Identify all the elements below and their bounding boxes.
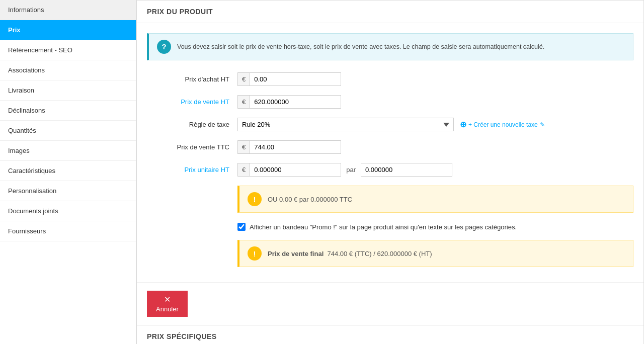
sidebar-item-prix[interactable]: Prix — [0, 20, 136, 40]
warning-promo-box: ! OU 0.00 € par 0.000000 TTC — [237, 186, 633, 213]
prix-vente-ttc-currency: € — [238, 141, 250, 153]
prix-unitaire-input-group: € — [237, 163, 341, 177]
edit-icon: ✎ — [540, 121, 545, 128]
final-price-value: 744.00 € (TTC) / 620.000000 € (HT) — [328, 250, 432, 257]
final-price-label: Prix de vente final — [268, 250, 324, 257]
final-price-text: Prix de vente final 744.00 € (TTC) / 620… — [268, 250, 432, 257]
warning-promo-icon: ! — [248, 192, 262, 206]
create-tax-link[interactable]: ⊕ + Créer une nouvelle taxe ✎ — [460, 120, 545, 129]
sidebar-item-quantites[interactable]: Quantités — [0, 121, 136, 141]
prix-achat-input[interactable] — [250, 73, 341, 85]
section-title: PRIX DU PRODUIT — [137, 1, 643, 23]
create-tax-label: + Créer une nouvelle taxe — [468, 121, 538, 128]
prix-vente-ttc-label: Prix de vente TTC — [147, 143, 237, 151]
promo-checkbox-row: Afficher un bandeau "Promo !" sur la pag… — [147, 223, 633, 231]
sidebar-item-fournisseurs[interactable]: Fournisseurs — [0, 221, 136, 241]
sidebar-item-caracteristiques[interactable]: Caractéristiques — [0, 161, 136, 181]
cancel-label: Annuler — [156, 305, 179, 313]
prix-vente-ttc-input-group: € — [237, 140, 341, 154]
promo-checkbox-label[interactable]: Afficher un bandeau "Promo !" sur la pag… — [250, 223, 517, 231]
warning-promo-text: OU 0.00 € par 0.000000 TTC — [268, 196, 352, 203]
prix-vente-ht-currency: € — [238, 96, 250, 108]
sidebar-item-informations[interactable]: Informations — [0, 0, 136, 20]
prix-vente-ht-input-group: € — [237, 95, 341, 109]
prix-achat-label: Prix d'achat HT — [147, 75, 237, 83]
prix-vente-ht-row: Prix de vente HT € — [147, 95, 633, 109]
sidebar: InformationsPrixRéférencement - SEOAssoc… — [0, 0, 136, 344]
section2-title: PRIX SPÉCIFIQUES — [147, 332, 633, 340]
prix-vente-ttc-input[interactable] — [250, 141, 341, 153]
info-text: Vous devez saisir soit le prix de vente … — [177, 42, 544, 52]
prix-achat-currency: € — [238, 73, 250, 85]
sidebar-item-livraison[interactable]: Livraison — [0, 80, 136, 101]
regle-taxe-row: Règle de taxe Rule 20% Rule 10% Rule 5.5… — [147, 118, 633, 131]
cancel-button[interactable]: ✕ Annuler — [147, 291, 188, 317]
par-separator: par — [341, 166, 361, 174]
sidebar-item-personnalisation[interactable]: Personnalisation — [0, 181, 136, 201]
info-icon: ? — [157, 40, 171, 54]
regle-taxe-label: Règle de taxe — [147, 121, 237, 128]
final-price-icon: ! — [248, 246, 262, 261]
final-price-box: ! Prix de vente final 744.00 € (TTC) / 6… — [237, 240, 633, 267]
sidebar-item-associations[interactable]: Associations — [0, 60, 136, 80]
sidebar-item-images[interactable]: Images — [0, 141, 136, 161]
sidebar-item-referencement[interactable]: Référencement - SEO — [0, 40, 136, 60]
regle-taxe-select[interactable]: Rule 20% Rule 10% Rule 5.5% Aucune taxe — [237, 118, 454, 131]
prix-unitaire-input[interactable] — [250, 163, 341, 176]
section-body: ? Vous devez saisir soit le prix de vent… — [137, 23, 643, 282]
prix-unitaire-currency: € — [238, 163, 250, 176]
main-content: PRIX DU PRODUIT ? Vous devez saisir soit… — [136, 0, 644, 344]
sidebar-item-documents[interactable]: Documents joints — [0, 201, 136, 221]
prix-vente-ht-input[interactable] — [250, 96, 341, 108]
regle-taxe-group: Rule 20% Rule 10% Rule 5.5% Aucune taxe … — [237, 118, 545, 131]
info-box: ? Vous devez saisir soit le prix de vent… — [147, 33, 633, 60]
cancel-icon: ✕ — [164, 295, 171, 304]
prix-section: PRIX DU PRODUIT ? Vous devez saisir soit… — [136, 0, 644, 325]
prix-unitaire-input2[interactable] — [361, 163, 452, 176]
prix-unitaire-input2-group — [361, 163, 452, 177]
prix-vente-ht-label: Prix de vente HT — [147, 98, 237, 106]
prix-unitaire-label: Prix unitaire HT — [147, 166, 237, 174]
plus-icon: ⊕ — [460, 120, 466, 129]
actions-bar: ✕ Annuler — [137, 282, 643, 325]
prix-vente-ttc-row: Prix de vente TTC € — [147, 140, 633, 154]
promo-checkbox[interactable] — [237, 223, 246, 231]
prix-achat-input-group: € — [237, 72, 341, 86]
prix-unitaire-row: Prix unitaire HT € par — [147, 163, 633, 177]
prix-specifiques-section: PRIX SPÉCIFIQUES — [136, 325, 644, 344]
prix-achat-row: Prix d'achat HT € — [147, 72, 633, 86]
sidebar-item-declinaisons[interactable]: Déclinaisons — [0, 101, 136, 121]
